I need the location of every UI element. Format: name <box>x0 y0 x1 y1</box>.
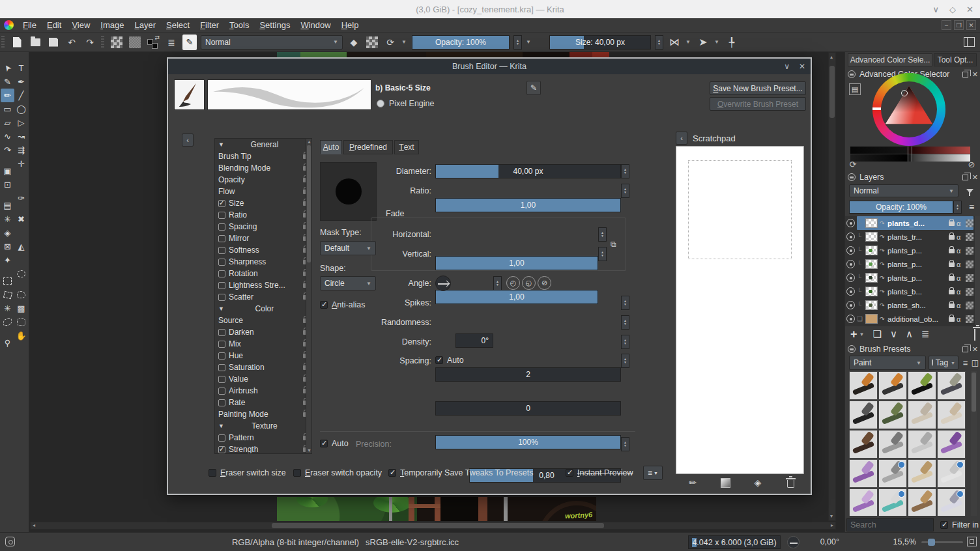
spin-down-icon[interactable]: ▼ <box>601 234 604 238</box>
scroll-down-icon[interactable]: ▼ <box>307 448 311 453</box>
layer-visibility-icon[interactable] <box>846 287 855 296</box>
spin-down-icon[interactable]: ▼ <box>657 42 661 46</box>
wrap-around-mode-button[interactable]: ╄ <box>725 35 739 49</box>
angle-spinbox[interactable]: 0° <box>455 333 493 348</box>
add-layer-button[interactable]: + <box>850 328 857 341</box>
horizontal-scrollbar[interactable]: ◂ ▸ <box>30 522 836 530</box>
scroll-up-icon[interactable]: ▲ <box>307 139 311 144</box>
option-checkbox[interactable] <box>218 200 225 207</box>
vertical-mirror-button[interactable]: ➤ <box>696 35 710 49</box>
tab-tool-options[interactable]: Tool Opt... <box>934 53 977 66</box>
tab-advanced-color-selector[interactable]: Advanced Color Sele... <box>848 53 932 66</box>
save-new-preset-button[interactable]: Save New Brush Preset... <box>710 81 806 95</box>
overwrite-preset-button[interactable]: Overwrite Brush Preset <box>710 97 806 111</box>
mask-type-dropdown[interactable]: Default▼ <box>320 241 376 255</box>
layer-thumbnail[interactable] <box>865 300 878 310</box>
layer-row[interactable]: └↷plants_b...α <box>845 285 975 298</box>
spin-down-icon[interactable]: ▼ <box>624 191 627 194</box>
layer-lock-icon[interactable] <box>949 260 955 269</box>
layer-opacity-slider[interactable]: Opacity: 100% <box>849 201 953 214</box>
layer-blending-mode-dropdown[interactable]: Normal▼ <box>849 184 958 197</box>
contiguous-selection-tool[interactable]: ✳ <box>1 302 14 315</box>
move-layer-down-button[interactable]: ∨ <box>890 328 897 340</box>
option-softness[interactable]: Softness <box>215 244 311 256</box>
layers-scrollbar[interactable] <box>975 216 980 326</box>
polygon-tool[interactable]: ▱ <box>1 116 14 130</box>
calligraphy-tool[interactable]: ✒ <box>14 75 28 89</box>
option-spacing[interactable]: Spacing <box>215 221 311 233</box>
menu-file[interactable]: File <box>18 19 42 31</box>
option-rate[interactable]: Rate <box>215 397 311 408</box>
zoom-slider[interactable] <box>921 541 963 543</box>
measure-tool[interactable]: ◭ <box>14 240 28 253</box>
brush-preset-thumbnail[interactable] <box>937 488 966 516</box>
zoom-slider-thumb[interactable] <box>928 539 935 546</box>
enclose-fill-tool[interactable]: ⊠ <box>1 240 14 253</box>
diameter-slider[interactable]: 40,00 px <box>435 164 621 178</box>
chevron-down-icon[interactable]: ▼ <box>526 39 532 45</box>
scratchpad-paint-button[interactable]: ✏ <box>685 475 700 490</box>
spin-down-icon[interactable]: ▼ <box>624 444 627 447</box>
spikes-slider[interactable]: 2 <box>435 367 621 382</box>
options-scrollbar-thumb[interactable] <box>307 145 311 262</box>
colorize-mask-tool[interactable]: ✖ <box>14 212 28 226</box>
vertical-spinner[interactable]: ▲▼ <box>598 247 607 261</box>
pattern-chooser-button[interactable] <box>128 35 142 49</box>
smart-patch-tool[interactable]: ✳ <box>1 212 14 226</box>
foreground-background-color-button[interactable]: ⇄ <box>146 35 160 49</box>
layer-alpha-icon[interactable]: α <box>957 247 964 255</box>
layer-thumbnail[interactable] <box>865 273 878 283</box>
link-fade-icon[interactable]: ⧉ <box>611 236 620 253</box>
option-checkbox[interactable] <box>218 364 225 371</box>
brush-preset-thumbnail[interactable] <box>849 459 878 488</box>
layer-visibility-icon[interactable] <box>846 301 855 309</box>
crop-tool[interactable]: ⊡ <box>1 178 14 191</box>
option-value[interactable]: Value <box>215 373 311 385</box>
similar-selection-tool[interactable]: ▩ <box>14 302 28 315</box>
layer-visibility-icon[interactable] <box>846 219 855 227</box>
scratchpad-fill-button[interactable]: ◈ <box>751 475 765 490</box>
brush-preset-thumbnail[interactable] <box>908 488 936 516</box>
multibrush-tool[interactable]: ⇶ <box>14 143 28 157</box>
chevron-down-icon[interactable]: ▼ <box>714 39 721 45</box>
duplicate-layer-button[interactable]: ❏ <box>872 328 881 340</box>
option-checkbox[interactable] <box>218 259 225 266</box>
diameter-spinner[interactable]: ▲▼ <box>621 164 629 178</box>
layer-alpha-lock-icon[interactable] <box>966 302 973 309</box>
horizontal-fade-slider[interactable]: 1,00 <box>435 256 598 270</box>
docker-lock-icon[interactable] <box>848 70 856 78</box>
brush-preset-thumbnail[interactable] <box>878 459 907 488</box>
spin-down-icon[interactable]: ▼ <box>624 303 627 306</box>
layer-row[interactable]: └↷plants_p...α <box>845 244 975 257</box>
horizontal-mirror-button[interactable]: ⋈ <box>667 35 682 49</box>
preset-tag-dropdown[interactable]: Paint▼ <box>849 356 926 370</box>
spacing-auto-checkbox[interactable]: Auto <box>435 354 464 367</box>
size-slider[interactable]: Size: 40,00 px <box>549 35 651 49</box>
ratio-slider[interactable]: 1,00 <box>435 198 621 212</box>
preset-search-input[interactable] <box>846 518 934 531</box>
option-checkbox[interactable] <box>218 434 225 442</box>
opacity-slider[interactable]: Opacity: 100% <box>412 35 510 49</box>
brush-preset-thumbnail[interactable] <box>908 401 936 429</box>
layer-alpha-lock-icon[interactable] <box>966 219 973 227</box>
close-docker-icon[interactable]: ✕ <box>972 70 978 79</box>
section-collapse-icon[interactable]: ▼ <box>218 423 224 429</box>
workspace-chooser-button[interactable] <box>962 35 976 49</box>
mdi-minimize-icon[interactable]: – <box>942 20 951 30</box>
float-docker-icon[interactable] <box>962 175 968 180</box>
brush-preset-thumbnail[interactable] <box>937 371 966 400</box>
layers-menu-button[interactable]: ≡ <box>965 200 978 214</box>
presets-scrollbar[interactable] <box>971 371 977 516</box>
tab-text[interactable]: Text <box>394 140 419 154</box>
gradient-chooser-button[interactable] <box>109 35 124 49</box>
freehand-path-tool[interactable]: ↝ <box>14 130 28 143</box>
menu-filter[interactable]: Filter <box>195 19 224 31</box>
rectangular-selection-tool[interactable] <box>1 274 14 288</box>
section-collapse-icon[interactable]: ▼ <box>218 305 224 312</box>
polygonal-selection-tool[interactable] <box>1 288 14 302</box>
option-opacity[interactable]: Opacity <box>215 174 311 186</box>
pan-tool[interactable]: ✋ <box>14 329 28 343</box>
layer-thumbnail[interactable] <box>865 218 878 228</box>
option-source[interactable]: Source <box>215 315 311 326</box>
storage-button[interactable]: ◫ <box>971 356 979 369</box>
